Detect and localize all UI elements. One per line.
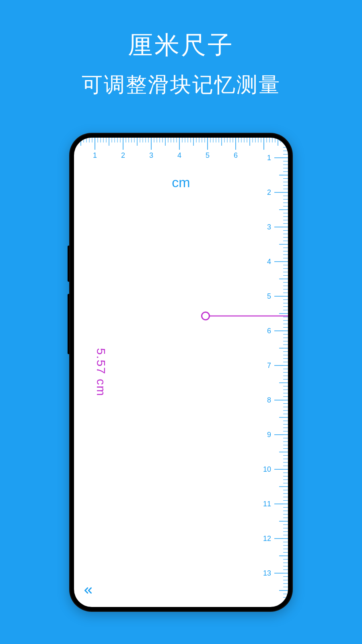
right-ruler-label: 12 (263, 535, 271, 543)
right-ruler-label: 7 (267, 361, 271, 369)
right-ruler-label: 13 (263, 569, 271, 577)
right-ruler-label: 3 (267, 223, 271, 231)
right-ruler-label: 5 (267, 292, 271, 300)
right-ruler-label: 8 (267, 396, 271, 404)
top-ruler-label: 4 (177, 151, 181, 159)
top-ruler-label: 5 (206, 151, 210, 159)
app-screen: 123456 12345678910111213 cm 5.57 cm (74, 138, 288, 607)
right-ruler-label: 11 (263, 500, 271, 508)
right-ruler-label: 1 (267, 154, 271, 162)
right-ruler-label: 10 (263, 465, 271, 473)
top-ruler-label: 1 (93, 151, 97, 159)
right-ruler-label: 9 (267, 431, 271, 439)
page-title: 厘米尺子 (0, 0, 362, 62)
slider-handle[interactable] (201, 312, 210, 320)
right-ruler-label: 6 (267, 327, 271, 335)
chevron-left-icon (82, 584, 94, 597)
back-button[interactable] (82, 584, 94, 597)
top-ruler-label: 6 (234, 151, 238, 159)
unit-label: cm (74, 175, 288, 190)
top-ruler-label: 2 (121, 151, 125, 159)
right-ruler-label: 4 (267, 258, 271, 266)
phone-frame: 123456 12345678910111213 cm 5.57 cm (69, 133, 293, 612)
page-subtitle: 可调整滑块记忆测量 (0, 71, 362, 99)
top-ruler-label: 3 (149, 151, 153, 159)
measurement-readout: 5.57 cm (94, 348, 108, 397)
